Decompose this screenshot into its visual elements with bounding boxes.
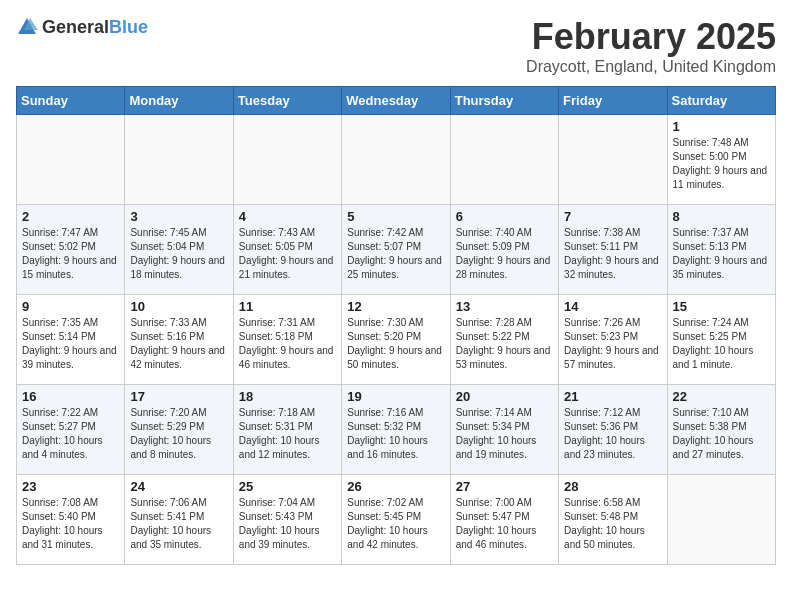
day-number: 10 [130, 299, 227, 314]
calendar-cell [125, 115, 233, 205]
day-info: Sunrise: 7:28 AM Sunset: 5:22 PM Dayligh… [456, 316, 553, 372]
day-info: Sunrise: 7:30 AM Sunset: 5:20 PM Dayligh… [347, 316, 444, 372]
day-number: 14 [564, 299, 661, 314]
day-info: Sunrise: 7:33 AM Sunset: 5:16 PM Dayligh… [130, 316, 227, 372]
calendar-week-row: 16Sunrise: 7:22 AM Sunset: 5:27 PM Dayli… [17, 385, 776, 475]
calendar-cell: 15Sunrise: 7:24 AM Sunset: 5:25 PM Dayli… [667, 295, 775, 385]
day-number: 13 [456, 299, 553, 314]
day-number: 26 [347, 479, 444, 494]
day-number: 23 [22, 479, 119, 494]
calendar-cell: 26Sunrise: 7:02 AM Sunset: 5:45 PM Dayli… [342, 475, 450, 565]
day-info: Sunrise: 7:12 AM Sunset: 5:36 PM Dayligh… [564, 406, 661, 462]
calendar-cell: 4Sunrise: 7:43 AM Sunset: 5:05 PM Daylig… [233, 205, 341, 295]
day-number: 8 [673, 209, 770, 224]
day-number: 17 [130, 389, 227, 404]
day-number: 22 [673, 389, 770, 404]
day-info: Sunrise: 7:08 AM Sunset: 5:40 PM Dayligh… [22, 496, 119, 552]
calendar-cell: 3Sunrise: 7:45 AM Sunset: 5:04 PM Daylig… [125, 205, 233, 295]
calendar-cell: 17Sunrise: 7:20 AM Sunset: 5:29 PM Dayli… [125, 385, 233, 475]
calendar-cell: 8Sunrise: 7:37 AM Sunset: 5:13 PM Daylig… [667, 205, 775, 295]
calendar-cell: 13Sunrise: 7:28 AM Sunset: 5:22 PM Dayli… [450, 295, 558, 385]
calendar-cell [342, 115, 450, 205]
day-info: Sunrise: 7:45 AM Sunset: 5:04 PM Dayligh… [130, 226, 227, 282]
calendar-week-row: 2Sunrise: 7:47 AM Sunset: 5:02 PM Daylig… [17, 205, 776, 295]
weekday-header-monday: Monday [125, 87, 233, 115]
calendar-cell [667, 475, 775, 565]
day-number: 5 [347, 209, 444, 224]
calendar-cell: 11Sunrise: 7:31 AM Sunset: 5:18 PM Dayli… [233, 295, 341, 385]
logo-text-general: General [42, 17, 109, 37]
logo-icon [16, 16, 38, 38]
day-info: Sunrise: 7:02 AM Sunset: 5:45 PM Dayligh… [347, 496, 444, 552]
day-info: Sunrise: 7:22 AM Sunset: 5:27 PM Dayligh… [22, 406, 119, 462]
calendar-cell: 1Sunrise: 7:48 AM Sunset: 5:00 PM Daylig… [667, 115, 775, 205]
weekday-header-tuesday: Tuesday [233, 87, 341, 115]
day-info: Sunrise: 7:38 AM Sunset: 5:11 PM Dayligh… [564, 226, 661, 282]
title-area: February 2025 Draycott, England, United … [526, 16, 776, 76]
calendar-week-row: 9Sunrise: 7:35 AM Sunset: 5:14 PM Daylig… [17, 295, 776, 385]
day-info: Sunrise: 7:31 AM Sunset: 5:18 PM Dayligh… [239, 316, 336, 372]
header: GeneralBlue February 2025 Draycott, Engl… [16, 16, 776, 76]
calendar-cell: 22Sunrise: 7:10 AM Sunset: 5:38 PM Dayli… [667, 385, 775, 475]
day-info: Sunrise: 7:24 AM Sunset: 5:25 PM Dayligh… [673, 316, 770, 372]
day-number: 7 [564, 209, 661, 224]
calendar-cell [559, 115, 667, 205]
day-number: 6 [456, 209, 553, 224]
calendar-cell: 10Sunrise: 7:33 AM Sunset: 5:16 PM Dayli… [125, 295, 233, 385]
day-info: Sunrise: 7:10 AM Sunset: 5:38 PM Dayligh… [673, 406, 770, 462]
day-number: 9 [22, 299, 119, 314]
weekday-header-sunday: Sunday [17, 87, 125, 115]
day-number: 18 [239, 389, 336, 404]
day-info: Sunrise: 7:20 AM Sunset: 5:29 PM Dayligh… [130, 406, 227, 462]
day-info: Sunrise: 7:42 AM Sunset: 5:07 PM Dayligh… [347, 226, 444, 282]
day-info: Sunrise: 7:18 AM Sunset: 5:31 PM Dayligh… [239, 406, 336, 462]
day-number: 21 [564, 389, 661, 404]
calendar-cell: 25Sunrise: 7:04 AM Sunset: 5:43 PM Dayli… [233, 475, 341, 565]
calendar-cell: 20Sunrise: 7:14 AM Sunset: 5:34 PM Dayli… [450, 385, 558, 475]
calendar-cell: 16Sunrise: 7:22 AM Sunset: 5:27 PM Dayli… [17, 385, 125, 475]
calendar-table: SundayMondayTuesdayWednesdayThursdayFrid… [16, 86, 776, 565]
calendar-cell: 23Sunrise: 7:08 AM Sunset: 5:40 PM Dayli… [17, 475, 125, 565]
weekday-header-wednesday: Wednesday [342, 87, 450, 115]
day-number: 1 [673, 119, 770, 134]
day-number: 19 [347, 389, 444, 404]
day-number: 20 [456, 389, 553, 404]
calendar-cell: 7Sunrise: 7:38 AM Sunset: 5:11 PM Daylig… [559, 205, 667, 295]
weekday-header-friday: Friday [559, 87, 667, 115]
calendar-cell: 18Sunrise: 7:18 AM Sunset: 5:31 PM Dayli… [233, 385, 341, 475]
calendar-cell [450, 115, 558, 205]
day-info: Sunrise: 7:40 AM Sunset: 5:09 PM Dayligh… [456, 226, 553, 282]
day-info: Sunrise: 7:35 AM Sunset: 5:14 PM Dayligh… [22, 316, 119, 372]
day-number: 15 [673, 299, 770, 314]
day-info: Sunrise: 7:16 AM Sunset: 5:32 PM Dayligh… [347, 406, 444, 462]
logo: GeneralBlue [16, 16, 148, 38]
day-info: Sunrise: 7:06 AM Sunset: 5:41 PM Dayligh… [130, 496, 227, 552]
logo-text-blue: Blue [109, 17, 148, 37]
day-info: Sunrise: 7:04 AM Sunset: 5:43 PM Dayligh… [239, 496, 336, 552]
calendar-cell: 6Sunrise: 7:40 AM Sunset: 5:09 PM Daylig… [450, 205, 558, 295]
calendar-cell: 12Sunrise: 7:30 AM Sunset: 5:20 PM Dayli… [342, 295, 450, 385]
day-info: Sunrise: 7:48 AM Sunset: 5:00 PM Dayligh… [673, 136, 770, 192]
calendar-cell [233, 115, 341, 205]
day-info: Sunrise: 7:37 AM Sunset: 5:13 PM Dayligh… [673, 226, 770, 282]
calendar-cell: 5Sunrise: 7:42 AM Sunset: 5:07 PM Daylig… [342, 205, 450, 295]
weekday-header-row: SundayMondayTuesdayWednesdayThursdayFrid… [17, 87, 776, 115]
day-info: Sunrise: 7:26 AM Sunset: 5:23 PM Dayligh… [564, 316, 661, 372]
calendar-week-row: 1Sunrise: 7:48 AM Sunset: 5:00 PM Daylig… [17, 115, 776, 205]
day-number: 28 [564, 479, 661, 494]
day-info: Sunrise: 7:14 AM Sunset: 5:34 PM Dayligh… [456, 406, 553, 462]
day-number: 11 [239, 299, 336, 314]
day-info: Sunrise: 7:00 AM Sunset: 5:47 PM Dayligh… [456, 496, 553, 552]
day-number: 12 [347, 299, 444, 314]
calendar-cell: 19Sunrise: 7:16 AM Sunset: 5:32 PM Dayli… [342, 385, 450, 475]
day-number: 4 [239, 209, 336, 224]
day-number: 27 [456, 479, 553, 494]
calendar-cell: 9Sunrise: 7:35 AM Sunset: 5:14 PM Daylig… [17, 295, 125, 385]
day-info: Sunrise: 6:58 AM Sunset: 5:48 PM Dayligh… [564, 496, 661, 552]
calendar-cell: 28Sunrise: 6:58 AM Sunset: 5:48 PM Dayli… [559, 475, 667, 565]
day-number: 25 [239, 479, 336, 494]
calendar-cell [17, 115, 125, 205]
weekday-header-thursday: Thursday [450, 87, 558, 115]
location-subtitle: Draycott, England, United Kingdom [526, 58, 776, 76]
calendar-cell: 14Sunrise: 7:26 AM Sunset: 5:23 PM Dayli… [559, 295, 667, 385]
